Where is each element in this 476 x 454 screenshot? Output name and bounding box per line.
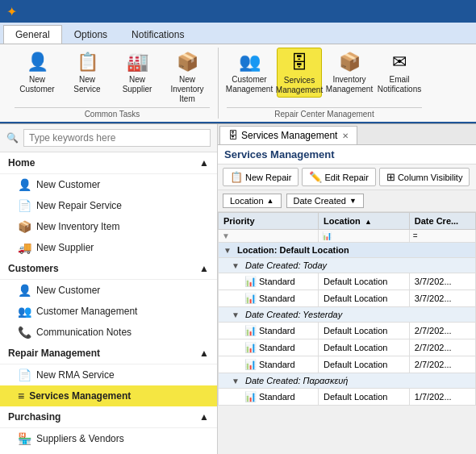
table-row[interactable]: 📊Standard Default Location 3/7/202... [219, 273, 476, 290]
row-location-1: Default Location [318, 273, 409, 290]
new-repair-button[interactable]: 📋 New Repair [223, 168, 299, 186]
inventory-mgmt-label: Inventory Management [326, 75, 373, 94]
tab-notifications[interactable]: Notifications [119, 25, 196, 44]
search-input[interactable] [23, 129, 211, 147]
ribbon-group-items-repair: 👥 Customer Management 🗄 Services Managem… [227, 48, 422, 106]
sidebar-item-customer-management[interactable]: 👥 Customer Management [0, 301, 217, 322]
sidebar-section-customers-header[interactable]: Customers ▲ [0, 258, 217, 280]
new-customer2-icon: 👤 [18, 284, 31, 297]
customer-management-button[interactable]: 👥 Customer Management [227, 48, 272, 96]
sidebar-section-home: Home ▲ 👤 New Customer 📄 New Repair Servi… [0, 152, 217, 258]
filter-date-eq: = [413, 231, 418, 240]
table-row[interactable]: 📊Standard Default Location 2/7/202... [219, 339, 476, 356]
sidebar-section-purchasing-header[interactable]: Purchasing ▲ [0, 406, 217, 428]
new-inventory-label: New Inventory Item [166, 75, 208, 104]
sidebar-search-bar: 🔍 [0, 124, 217, 152]
new-supplier-button[interactable]: 🏭 New Supplier [115, 48, 160, 96]
services-management-tab[interactable]: 🗄 Services Management ✕ [219, 126, 357, 144]
sidebar-item-new-supplier[interactable]: 🚚 New Supplier [0, 237, 217, 258]
filter-icon-main: ▼ [222, 231, 230, 240]
row-chart-icon-3: 📊 [244, 325, 257, 336]
filter-cell-priority[interactable]: ▼ [219, 230, 319, 243]
sidebar-section-purchasing: Purchasing ▲ 🏪 Suppliers & Vendors [0, 406, 217, 449]
new-inventory-icon: 📦 [174, 49, 200, 75]
table-row[interactable]: 📊Standard Default Location 3/7/202... [219, 290, 476, 307]
communication-notes-icon: 📞 [18, 326, 31, 339]
new-supplier-label: New Supplier [116, 75, 158, 94]
new-customer-sidebar-icon: 👤 [18, 178, 31, 191]
new-customer-button[interactable]: 👤 New Customer [15, 48, 60, 96]
row-location-2: Default Location [318, 290, 409, 307]
table-row[interactable]: 📊Standard Default Location 2/7/202... [219, 323, 476, 339]
sidebar-item-new-repair-service[interactable]: 📄 New Repair Service [0, 195, 217, 216]
date-group-today-row[interactable]: ▼ Date Created: Today [219, 258, 476, 273]
services-management-button[interactable]: 🗄 Services Management [277, 48, 322, 98]
col-label-location: Location [324, 216, 361, 226]
location-group-label: Location: Default Location [237, 245, 349, 255]
tab-bar: 🗄 Services Management ✕ [218, 124, 476, 145]
email-notif-icon: ✉ [386, 49, 412, 75]
row-location-3: Default Location [318, 323, 409, 339]
services-mgmt-icon: 🗄 [286, 50, 312, 76]
today-group-expand-icon: ▼ [232, 261, 240, 270]
new-inventory-item-icon: 📦 [18, 220, 31, 233]
sidebar-section-repair-header[interactable]: Repair Management ▲ [0, 343, 217, 364]
new-repair-icon: 📋 [230, 171, 243, 183]
new-customer-icon: 👤 [24, 49, 50, 75]
new-rma-service-icon: 📄 [18, 369, 31, 381]
new-service-button[interactable]: 📋 New Service [65, 48, 110, 96]
today-group-label: Date Created: Today [245, 260, 327, 270]
sidebar-item-new-customer2[interactable]: 👤 New Customer [0, 280, 217, 301]
inventory-management-button[interactable]: 📦 Inventory Management [327, 48, 372, 96]
sidebar-section-home-header[interactable]: Home ▲ [0, 152, 217, 174]
ribbon-group-items-common: 👤 New Customer 📋 New Service 🏭 New Suppl… [15, 48, 210, 106]
sidebar-item-new-rma-service[interactable]: 📄 New RMA Service [0, 364, 217, 385]
edit-repair-icon: ✏️ [309, 171, 322, 183]
sidebar-item-new-customer[interactable]: 👤 New Customer [0, 174, 217, 195]
ribbon: ✦ General Options Notifications 👤 New Cu… [0, 0, 476, 124]
yesterday-group-label: Date Created: Yesterday [245, 310, 342, 319]
main-layout: 🔍 Home ▲ 👤 New Customer 📄 New Repair Ser… [0, 124, 476, 454]
col-header-location[interactable]: Location ▲ [318, 213, 409, 230]
tab-general[interactable]: General [3, 25, 62, 44]
date-group-yesterday-row[interactable]: ▼ Date Created: Yesterday [219, 307, 476, 323]
email-notif-label: Email Notifications [378, 75, 421, 94]
ribbon-tab-bar: General Options Notifications [0, 23, 476, 44]
sidebar-item-suppliers-vendors[interactable]: 🏪 Suppliers & Vendors [0, 428, 217, 449]
common-tasks-label: Common Tasks [15, 107, 210, 119]
location-group-expand-icon: ▼ [223, 246, 232, 255]
column-visibility-label: Column Visibility [398, 173, 463, 182]
content-page-title: Services Management [218, 145, 476, 165]
table-row[interactable]: 📊Standard Default Location 2/7/202... [219, 356, 476, 373]
group-chip-date-arrow: ▼ [349, 197, 357, 205]
group-chip-date-created[interactable]: Date Created ▼ [286, 194, 364, 208]
col-header-date-created[interactable]: Date Cre... [409, 213, 475, 230]
sidebar-section-repair-management: Repair Management ▲ 📄 New RMA Service ≡ … [0, 343, 217, 406]
services-mgmt-label: Services Management [276, 76, 323, 95]
new-inventory-button[interactable]: 📦 New Inventory Item [165, 48, 210, 106]
sidebar-label-new-customer2: New Customer [36, 285, 100, 296]
date-group-friday-row[interactable]: ▼ Date Created: Παρασκευή [219, 373, 476, 389]
friday-group-label: Date Created: Παρασκευή [245, 376, 348, 385]
yesterday-group-expand-icon: ▼ [232, 310, 240, 319]
filter-cell-location[interactable]: 📊 [318, 230, 409, 243]
sidebar-item-services-management[interactable]: ≡ Services Management [0, 385, 217, 406]
repair-management-section-label: Repair Management [8, 348, 100, 359]
column-visibility-button[interactable]: ⊞ Column Visibility [379, 168, 470, 186]
row-priority-5: Standard [259, 360, 295, 369]
purchasing-collapse-icon: ▲ [199, 411, 209, 423]
col-header-priority[interactable]: Priority [219, 213, 319, 230]
tab-options[interactable]: Options [62, 25, 119, 44]
repair-management-collapse-icon: ▲ [199, 348, 209, 359]
tab-close-button[interactable]: ✕ [342, 131, 349, 140]
sidebar-item-communication-notes[interactable]: 📞 Communication Notes [0, 322, 217, 343]
row-chart-icon-1: 📊 [244, 276, 257, 287]
filter-cell-date[interactable]: = [409, 230, 475, 243]
location-group-row[interactable]: ▼ Location: Default Location [219, 243, 476, 258]
table-row[interactable]: 📊Standard Default Location 1/7/202... [219, 389, 476, 406]
email-notifications-button[interactable]: ✉ Email Notifications [377, 48, 422, 96]
group-chip-location[interactable]: Location ▲ [223, 194, 282, 208]
sidebar-item-new-inventory-item[interactable]: 📦 New Inventory Item [0, 216, 217, 237]
sidebar-label-services-management: Services Management [29, 390, 131, 402]
edit-repair-button[interactable]: ✏️ Edit Repair [302, 168, 375, 186]
